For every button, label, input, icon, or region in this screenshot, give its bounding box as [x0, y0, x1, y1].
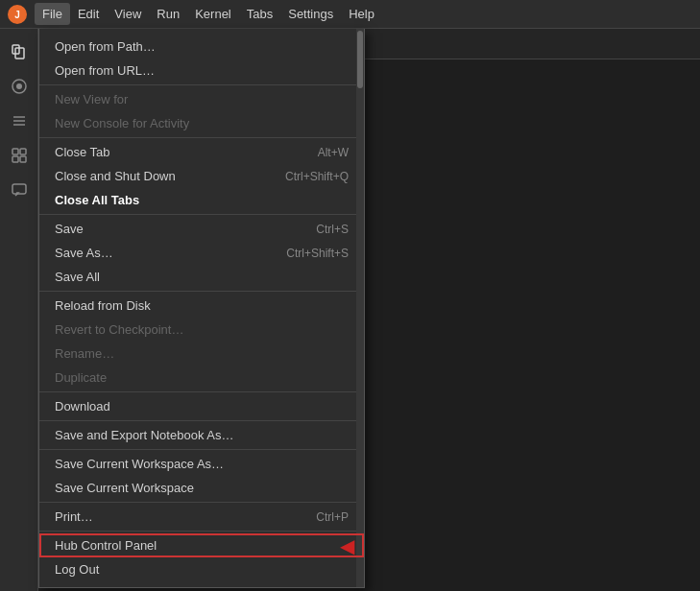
- menu-log-out[interactable]: Log Out: [39, 557, 364, 581]
- menu-group-save: Save Ctrl+S Save As… Ctrl+Shift+S Save A…: [39, 215, 364, 292]
- menu-print-shortcut: Ctrl+P: [316, 510, 349, 524]
- menu-new-console: New Console for Activity: [39, 111, 364, 135]
- menu-close-shutdown-label: Close and Shut Down: [55, 169, 176, 183]
- menu-run[interactable]: Run: [149, 3, 187, 25]
- menu-save-as-label: Save As…: [55, 246, 113, 260]
- menu-close-tab-label: Close Tab: [55, 145, 110, 159]
- svg-rect-9: [12, 149, 18, 154]
- menu-print[interactable]: Print… Ctrl+P: [39, 505, 364, 529]
- menu-save[interactable]: Save Ctrl+S: [39, 217, 364, 241]
- menu-group-open: Open from Path… Open from URL…: [39, 33, 364, 85]
- menu-close-shutdown-shortcut: Ctrl+Shift+Q: [285, 170, 349, 183]
- menu-save-workspace-as[interactable]: Save Current Workspace As…: [39, 452, 364, 476]
- svg-rect-10: [20, 149, 26, 154]
- svg-rect-11: [12, 156, 18, 162]
- menu-download[interactable]: Download: [39, 394, 364, 418]
- app-logo: J: [4, 1, 31, 28]
- menu-group-export: Save and Export Notebook As…: [39, 421, 364, 450]
- menu-open-url[interactable]: Open from URL…: [39, 59, 364, 83]
- sidebar-toc-icon[interactable]: [4, 106, 35, 136]
- menu-revert: Revert to Checkpoint…: [39, 318, 364, 342]
- menu-save-as[interactable]: Save As… Ctrl+Shift+S: [39, 241, 364, 265]
- sidebar-extension-icon[interactable]: [4, 140, 35, 171]
- menu-save-all[interactable]: Save All: [39, 265, 364, 289]
- menu-save-label: Save: [55, 222, 84, 236]
- sidebar: [0, 29, 38, 591]
- menu-hub-control-panel[interactable]: Hub Control Panel: [39, 533, 364, 557]
- menu-reload[interactable]: Reload from Disk: [39, 294, 364, 318]
- menu-save-shortcut: Ctrl+S: [316, 223, 349, 236]
- menu-group-print: Print… Ctrl+P: [39, 503, 364, 532]
- menu-save-as-shortcut: Ctrl+Shift+S: [286, 247, 349, 260]
- menu-close-shutdown[interactable]: Close and Shut Down Ctrl+Shift+Q: [39, 164, 364, 188]
- menu-new-view: New View for: [39, 87, 364, 111]
- svg-rect-12: [20, 156, 26, 162]
- menu-group-reload: Reload from Disk Revert to Checkpoint… R…: [39, 292, 364, 392]
- menu-close-tab-shortcut: Alt+W: [318, 146, 349, 159]
- menu-help[interactable]: Help: [341, 3, 382, 25]
- menu-close-all-tabs[interactable]: Close All Tabs: [39, 188, 364, 212]
- menu-export-notebook[interactable]: Save and Export Notebook As…: [39, 423, 364, 447]
- menu-group-download: Download: [39, 392, 364, 421]
- sidebar-files-icon[interactable]: [4, 36, 35, 67]
- svg-text:J: J: [14, 10, 20, 20]
- sidebar-chat-icon[interactable]: [4, 175, 35, 205]
- hub-row-wrapper: Hub Control Panel ◀: [39, 533, 364, 557]
- main-layout: Open from Path… Open from URL… New View …: [0, 29, 700, 591]
- menu-rename: Rename…: [39, 342, 364, 366]
- sidebar-running-icon[interactable]: [4, 71, 35, 102]
- menu-duplicate: Duplicate: [39, 366, 364, 390]
- menu-save-workspace[interactable]: Save Current Workspace: [39, 476, 364, 500]
- menu-group-new: New View for New Console for Activity: [39, 85, 364, 138]
- menu-settings[interactable]: Settings: [280, 3, 341, 25]
- menu-open-path[interactable]: Open from Path…: [39, 35, 364, 59]
- menu-group-workspace: Save Current Workspace As… Save Current …: [39, 450, 364, 503]
- menu-view[interactable]: View: [107, 3, 149, 25]
- menu-kernel[interactable]: Kernel: [187, 3, 239, 25]
- menu-group-close: Close Tab Alt+W Close and Shut Down Ctrl…: [39, 138, 364, 215]
- menu-tabs[interactable]: Tabs: [239, 3, 280, 25]
- menu-print-label: Print…: [55, 509, 93, 524]
- menu-close-tab[interactable]: Close Tab Alt+W: [39, 140, 364, 164]
- menu-group-hub: Hub Control Panel ◀ Log Out: [39, 532, 364, 583]
- file-dropdown-menu: Open from Path… Open from URL… New View …: [38, 29, 365, 588]
- menu-file[interactable]: File: [35, 3, 70, 25]
- menubar: J File Edit View Run Kernel Tabs Setting…: [0, 0, 700, 29]
- svg-point-5: [16, 83, 22, 89]
- menu-edit[interactable]: Edit: [70, 3, 107, 25]
